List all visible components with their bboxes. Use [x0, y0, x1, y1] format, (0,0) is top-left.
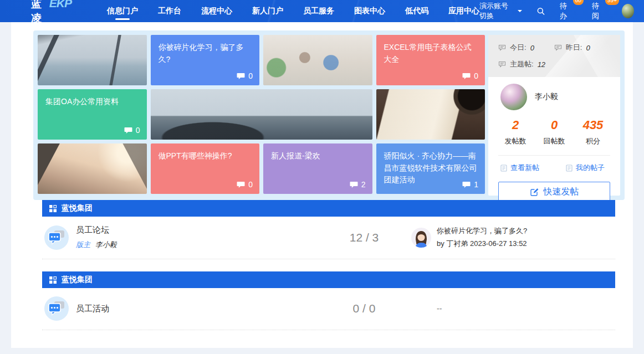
quick-post-button[interactable]: 快速发帖: [498, 182, 610, 202]
forum-row-employee-forum: 员工论坛 版主 李小毅 12 / 3: [42, 217, 615, 259]
logo-brand-text: 蓝凌: [31, 0, 48, 25]
nav-item-app-center[interactable]: 应用中心: [448, 0, 479, 22]
forum-title-link[interactable]: 员工活动: [76, 304, 109, 314]
user-name: 李小毅: [535, 92, 558, 102]
document-icon: [500, 165, 507, 172]
comment-bubble-icon: [237, 73, 245, 80]
todo-count-badge: 60: [573, 0, 584, 5]
nav-item-newcomer-portal[interactable]: 新人门户: [252, 0, 283, 22]
post-tile-newcomer-intro[interactable]: 新人报道-梁欢 2: [263, 143, 372, 194]
forum-section-1: 蓝悦集团 员工论坛 版主 李小毅: [42, 200, 615, 259]
grid-icon: [49, 276, 57, 284]
forum-chat-icon: [44, 296, 69, 321]
nav-item-info-portal[interactable]: 信息门户: [107, 0, 138, 22]
post-tile-image-bridge[interactable]: [38, 35, 147, 85]
toread-count-badge: 99+: [605, 0, 619, 5]
counter-posts: 2 发帖数: [496, 118, 535, 146]
forum-group-title: 蓝悦集团: [62, 275, 93, 285]
forum-group-title: 蓝悦集团: [62, 203, 93, 213]
toread-nav-item[interactable]: 待阅 99+: [592, 1, 607, 21]
stat-yesterday: 昨日: 0: [554, 43, 590, 53]
comment-count: 2: [350, 180, 366, 189]
post-tile-image-notebook[interactable]: [376, 89, 485, 140]
my-posts-link[interactable]: 我的帖子: [566, 163, 605, 173]
forum-title-link[interactable]: 员工论坛: [76, 225, 117, 235]
nav-item-low-code[interactable]: 低代码: [405, 0, 428, 22]
caret-down-icon: [518, 10, 522, 14]
logo-product-text: EKP: [49, 0, 71, 10]
main-nav: 信息门户 工作台 流程中心 新人门户 员工服务 图表中心 低代码 应用中心: [107, 0, 479, 22]
stats-summary: 今日: 0 昨日: 0: [488, 35, 620, 77]
counter-replies: 0 回帖数: [535, 118, 574, 146]
header-right-cluster: 演示账号切换 待办 60 待阅 99+: [479, 1, 634, 21]
post-tile-oa-materials[interactable]: 集团OA办公常用资料 0: [38, 89, 147, 140]
nav-item-workbench[interactable]: 工作台: [158, 0, 181, 22]
post-tile-image-sea[interactable]: [151, 89, 372, 140]
page-content: 你被碎片化学习，骗了多久? 0 EXCEL常用电子表格公式大全 0: [11, 22, 633, 348]
comment-count: 1: [462, 180, 478, 189]
forum-stats-panel: 今日: 0 昨日: 0: [488, 35, 620, 196]
forum-row-employee-activities: 员工活动 0 / 0 --: [42, 288, 615, 330]
nav-item-process-center[interactable]: 流程中心: [201, 0, 232, 22]
post-tile-ppt-tricks[interactable]: 做PPT有哪些神操作? 0: [151, 143, 260, 194]
forum-group-header: 蓝悦集团: [42, 271, 615, 288]
counter-points: 435 积分: [574, 118, 612, 146]
speech-bubble-icon: [554, 44, 562, 51]
document-icon: [566, 165, 573, 172]
poster-avatar: [411, 228, 431, 248]
top-navigation-bar: 蓝凌 EKP 信息门户 工作台 流程中心 新人门户 员工服务 图表中心 低代码 …: [0, 0, 644, 22]
post-tile-grid: 你被碎片化学习，骗了多久? 0 EXCEL常用电子表格公式大全 0: [38, 35, 485, 196]
topic-reply-counts: 0 / 0: [317, 302, 411, 315]
comment-count: 0: [237, 180, 253, 189]
comment-count: 0: [237, 71, 253, 80]
latest-post: --: [411, 304, 615, 313]
comment-bubble-icon: [462, 181, 471, 188]
moderator-name-link[interactable]: 李小毅: [95, 240, 117, 249]
post-tile-image-mountain[interactable]: [38, 143, 147, 194]
latest-post: 你被碎片化学习，骗了多久? by 丁衬弟 2023-06-27 13:52: [411, 226, 615, 249]
comment-bubble-icon: [462, 73, 471, 80]
comment-bubble-icon: [124, 127, 132, 134]
edit-pencil-icon: [530, 187, 539, 197]
current-user: 李小毅: [488, 77, 620, 112]
stat-today: 今日: 0: [498, 43, 534, 53]
forum-chat-icon: [44, 225, 69, 250]
latest-post-title-link[interactable]: 你被碎片化学习，骗了多久?: [437, 226, 527, 236]
post-tile-image-team[interactable]: [263, 35, 372, 85]
speech-bubble-icon: [498, 61, 506, 68]
user-avatar[interactable]: [622, 4, 634, 18]
user-avatar[interactable]: [500, 84, 527, 110]
nav-item-employee-services[interactable]: 员工服务: [303, 0, 334, 22]
view-new-posts-link[interactable]: 查看新帖: [500, 163, 539, 173]
app-logo: 蓝凌 EKP: [31, 0, 71, 25]
moderator-label: 版主: [76, 240, 90, 249]
nav-item-chart-center[interactable]: 图表中心: [354, 0, 385, 22]
post-tile-excel-formulas[interactable]: EXCEL常用电子表格公式大全 0: [376, 35, 485, 85]
forum-group-header: 蓝悦集团: [42, 200, 615, 217]
search-icon[interactable]: [536, 6, 545, 16]
comment-count: 0: [462, 71, 478, 80]
demo-account-switch[interactable]: 演示账号切换: [479, 1, 522, 21]
quick-links: 查看新帖 我的帖子: [488, 156, 620, 175]
speech-bubble-icon: [498, 44, 506, 51]
latest-post-placeholder: --: [437, 304, 442, 313]
comment-bubble-icon: [350, 181, 358, 188]
topic-reply-counts: 12 / 3: [317, 231, 411, 244]
comment-bubble-icon: [237, 181, 245, 188]
post-tile-team-building[interactable]: 骄阳似火 · 齐心协力——南昌市蓝锐软件技术有限公司团建活动 1: [376, 143, 485, 194]
todo-nav-item[interactable]: 待办 60: [560, 1, 575, 21]
grid-icon: [49, 204, 57, 213]
latest-post-byline: by 丁衬弟 2023-06-27 13:52: [437, 239, 527, 249]
user-counters: 2 发帖数 0 回帖数 435 积分: [488, 112, 620, 154]
post-tile-fragmented-learning[interactable]: 你被碎片化学习，骗了多久? 0: [151, 35, 260, 85]
forum-hero-panel: 你被碎片化学习，骗了多久? 0 EXCEL常用电子表格公式大全 0: [33, 30, 625, 200]
forum-section-2: 蓝悦集团 员工活动 0 / 0 --: [42, 271, 615, 330]
stat-topic-posts: 主题帖: 12: [498, 59, 610, 69]
comment-count: 0: [124, 126, 140, 135]
